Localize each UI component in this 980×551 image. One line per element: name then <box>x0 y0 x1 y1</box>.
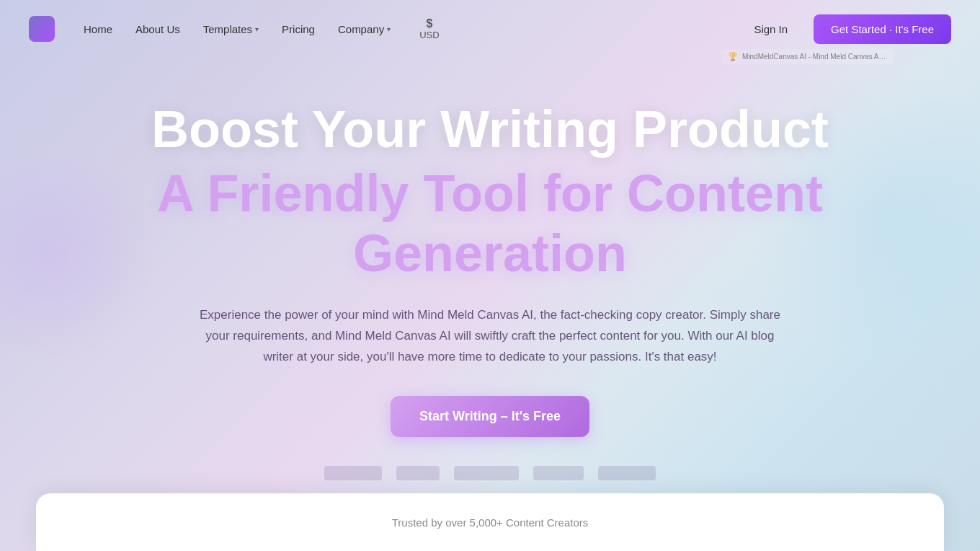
nav-pricing[interactable]: Pricing <box>282 23 315 35</box>
partner-logo-5 <box>598 466 656 480</box>
logo-icon <box>29 16 55 42</box>
currency-code: USD <box>419 30 439 40</box>
partner-logo-2 <box>396 466 440 480</box>
nav-company-label: Company <box>338 23 384 35</box>
get-started-button[interactable]: Get Started · It's Free <box>814 14 951 44</box>
hero-title-line2-3: A Friendly Tool for Content Generation <box>29 164 951 283</box>
start-writing-button[interactable]: Start Writing – It's Free <box>391 396 589 437</box>
partner-logo-1 <box>324 466 382 480</box>
nav-right: Sign In Get Started · It's Free <box>742 14 951 44</box>
hero-description: Experience the power of your mind with M… <box>195 305 785 368</box>
nav-templates[interactable]: Templates ▾ <box>203 23 259 35</box>
hero-title-line2: A Friendly Tool for Content <box>157 164 823 222</box>
currency-selector[interactable]: $ USD <box>419 18 439 40</box>
logo[interactable] <box>29 16 55 42</box>
chevron-down-icon-2: ▾ <box>387 25 391 33</box>
sign-in-button[interactable]: Sign In <box>742 17 799 41</box>
hero-title-line1: Boost Your Writing Product <box>29 101 951 158</box>
chevron-down-icon: ▾ <box>255 25 259 33</box>
nav-home-label: Home <box>84 23 112 35</box>
partner-logo-4 <box>533 466 584 480</box>
nav-home[interactable]: Home <box>84 23 112 35</box>
nav-pricing-label: Pricing <box>282 23 315 35</box>
hero-section: Boost Your Writing Product A Friendly To… <box>0 58 980 509</box>
nav-about[interactable]: About Us <box>135 23 180 35</box>
nav-about-label: About Us <box>135 23 180 35</box>
partner-logo-3 <box>454 466 519 480</box>
navbar: Home About Us Templates ▾ Pricing Compan… <box>0 0 980 58</box>
partner-logos <box>29 466 951 480</box>
nav-company[interactable]: Company ▾ <box>338 23 391 35</box>
currency-symbol: $ <box>426 18 432 30</box>
page-wrapper: Home About Us Templates ▾ Pricing Compan… <box>0 0 980 551</box>
hero-title-line3: Generation <box>353 224 627 282</box>
nav-links: Home About Us Templates ▾ Pricing Compan… <box>84 18 742 40</box>
nav-templates-label: Templates <box>203 23 252 35</box>
bottom-card-text: Trusted by over 5,000+ Content Creators <box>392 516 589 529</box>
